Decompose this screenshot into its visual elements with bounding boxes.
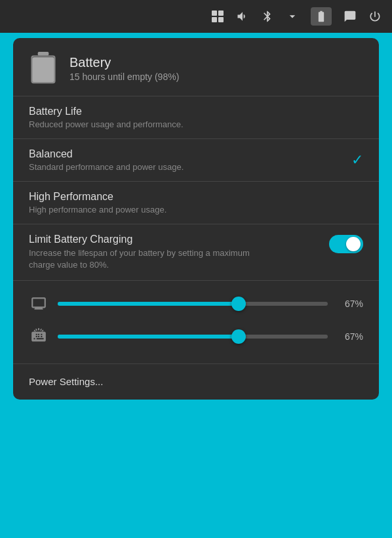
monitor-icon — [29, 294, 49, 314]
high-performance-desc: High performance and power usage. — [29, 205, 363, 215]
toggle-knob — [346, 237, 361, 251]
screen-brightness-row: 67% — [29, 287, 363, 320]
limit-charging-section: Limit Battery Charging Increase the life… — [13, 224, 379, 281]
power-settings-link[interactable]: Power Settings... — [13, 364, 379, 400]
svg-rect-2 — [212, 17, 217, 22]
battery-header: Battery 15 hours until empty (98%) — [13, 38, 379, 96]
limit-charging-title: Limit Battery Charging — [29, 234, 252, 245]
battery-large-icon — [29, 51, 58, 85]
battery-life-title: Battery Life — [29, 106, 363, 117]
high-performance-title: High Performance — [29, 191, 363, 203]
screen-brightness-value: 67% — [337, 299, 363, 309]
svg-rect-4 — [38, 52, 49, 56]
limit-charging-text: Limit Battery Charging Increase the life… — [29, 234, 252, 271]
svg-line-9 — [36, 329, 37, 331]
bluetooth-icon[interactable] — [261, 10, 274, 23]
balanced-checkmark: ✓ — [351, 152, 363, 169]
keyboard-backlight-icon — [29, 327, 49, 346]
limit-charging-toggle[interactable] — [329, 235, 363, 253]
svg-line-12 — [42, 331, 43, 332]
power-icon[interactable] — [368, 10, 382, 23]
svg-rect-1 — [218, 10, 224, 16]
svg-rect-0 — [212, 10, 217, 16]
limit-charging-desc: Increase the lifespan of your battery by… — [29, 247, 252, 271]
keyboard-brightness-row: 67% — [29, 320, 363, 353]
svg-rect-7 — [32, 57, 54, 82]
high-performance-mode[interactable]: High Performance High performance and po… — [13, 182, 379, 224]
sliders-section: 67% 6 — [13, 281, 379, 364]
battery-status-icon[interactable] — [311, 7, 332, 26]
svg-rect-3 — [218, 17, 224, 22]
volume-icon[interactable] — [236, 10, 249, 23]
power-settings-label: Power Settings... — [29, 376, 103, 387]
chat-icon[interactable] — [343, 10, 357, 23]
balanced-mode[interactable]: Balanced Standard performance and power … — [13, 139, 379, 182]
battery-life-desc: Reduced power usage and performance. — [29, 119, 363, 129]
battery-icon-wrap — [29, 51, 58, 85]
battery-panel: Battery 15 hours until empty (98%) Batte… — [13, 38, 379, 400]
keyboard-brightness-track[interactable] — [58, 335, 328, 339]
balanced-desc: Standard performance and power usage. — [29, 162, 363, 172]
battery-info: Battery 15 hours until empty (98%) — [69, 55, 179, 82]
svg-line-11 — [34, 331, 35, 332]
battery-subtitle: 15 hours until empty (98%) — [69, 72, 179, 82]
topbar — [0, 0, 392, 33]
screen-brightness-track[interactable] — [58, 302, 328, 306]
balanced-title: Balanced — [29, 148, 363, 160]
battery-life-mode[interactable]: Battery Life Reduced power usage and per… — [13, 96, 379, 139]
battery-title: Battery — [69, 55, 179, 70]
limit-charging-toggle-wrap — [329, 235, 363, 253]
grid-icon[interactable] — [211, 10, 224, 23]
wifi-icon[interactable] — [286, 10, 299, 23]
svg-line-10 — [41, 329, 42, 331]
keyboard-brightness-value: 67% — [337, 331, 363, 342]
